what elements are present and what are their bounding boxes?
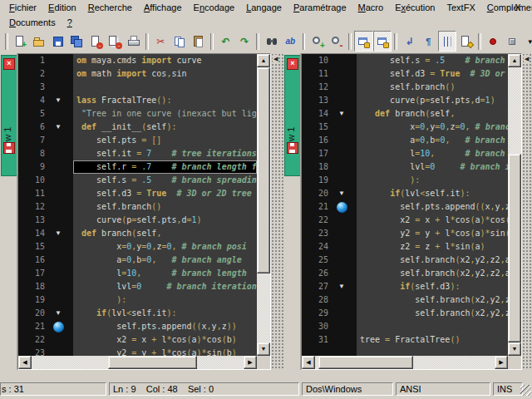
code-text[interactable]: self.pts.append((x,y,z)): [73, 320, 257, 333]
code-text[interactable]: l=10, # branch length: [73, 267, 257, 280]
code-text[interactable]: self.branch(x2,y2,z2,a+s: [357, 254, 508, 267]
fold-marker-icon[interactable]: ▼: [338, 108, 345, 120]
code-text[interactable]: a=0,b=0, # branch: [357, 134, 508, 147]
fold-margin-cell[interactable]: [50, 254, 73, 267]
zoom-out-button[interactable]: [327, 31, 346, 52]
code-text[interactable]: x2 = x + l*cos(a)*cos(b): [73, 333, 257, 347]
menu-item-affichage[interactable]: Affichage: [138, 1, 188, 14]
fold-margin-cell[interactable]: ▼: [333, 107, 357, 121]
splitter-collapse-icon[interactable]: ◀: [273, 55, 278, 63]
scroll-up-button[interactable]: ▲: [508, 54, 521, 67]
fold-margin-cell[interactable]: [50, 107, 73, 121]
fold-margin-cell[interactable]: [333, 81, 357, 94]
word-wrap-button[interactable]: ↲: [400, 31, 419, 52]
menu-item-complements[interactable]: Compléments: [481, 1, 532, 14]
function-list-button[interactable]: [456, 31, 475, 52]
code-text[interactable]: om maya.cmds import curve: [73, 54, 257, 67]
scroll-thumb[interactable]: [508, 154, 521, 342]
code-text[interactable]: self.it = 7 # tree iterations: [73, 147, 257, 160]
find-button[interactable]: [262, 31, 281, 52]
fold-margin-cell[interactable]: [50, 240, 73, 254]
fold-margin-cell[interactable]: [50, 54, 73, 67]
menu-item-help[interactable]: ?: [62, 16, 78, 29]
menu-item-textfx[interactable]: TextFX: [441, 1, 480, 14]
code-text[interactable]: tree = FractalTree(): [357, 333, 508, 347]
save-all-button[interactable]: [67, 31, 86, 52]
fold-margin-cell[interactable]: ▼: [50, 307, 73, 320]
code-text[interactable]: self.d3 = True # 3D or 2D tree: [73, 187, 257, 200]
fold-margin-cell[interactable]: [50, 134, 73, 147]
code-text[interactable]: lvl=0 # branch ite: [357, 160, 508, 174]
menu-item-execution[interactable]: Exécution: [389, 1, 441, 14]
fold-margin-cell[interactable]: [50, 214, 73, 227]
bookmark-icon[interactable]: [337, 202, 347, 213]
undo-button[interactable]: ↶: [216, 31, 235, 52]
right-tab-new1[interactable]: × new 1: [284, 55, 301, 176]
fold-margin-cell[interactable]: ▼: [333, 187, 357, 200]
code-text[interactable]: if(lvl<self.it):: [73, 307, 257, 320]
code-text[interactable]: self.branch(x2,y2,z2,a-s: [357, 267, 508, 280]
code-text[interactable]: curve(p=self.pts,d=1): [357, 94, 508, 107]
stop-macro-button[interactable]: [503, 31, 522, 52]
fold-marker-icon[interactable]: ▼: [55, 95, 62, 106]
code-text[interactable]: l=10, # branch le: [357, 147, 508, 160]
fold-margin-cell[interactable]: [50, 81, 73, 94]
fold-margin-cell[interactable]: [50, 200, 73, 214]
sync-scroll-h-button[interactable]: [373, 31, 392, 52]
scroll-left-button[interactable]: ◀: [302, 356, 315, 369]
fold-margin-cell[interactable]: [333, 174, 357, 187]
scroll-left-button[interactable]: ◀: [18, 356, 32, 369]
zoom-in-button[interactable]: [308, 31, 327, 52]
scroll-thumb[interactable]: [108, 356, 197, 369]
code-text[interactable]: "Tree in one curve (inexact but light)": [73, 107, 257, 121]
sync-scroll-v-button[interactable]: [354, 31, 373, 52]
menu-item-documents[interactable]: Documents: [3, 16, 62, 29]
fold-margin-cell[interactable]: [50, 160, 73, 174]
fold-margin-cell[interactable]: [50, 347, 73, 356]
fold-margin-cell[interactable]: [50, 67, 73, 81]
bookmark-icon[interactable]: [53, 322, 64, 332]
code-text[interactable]: self.s = .5 # branch spreading: [73, 174, 257, 187]
code-text[interactable]: self.branch(x2,y2,z2,a: [357, 293, 508, 307]
fold-margin-cell[interactable]: [333, 94, 357, 107]
fold-margin-cell[interactable]: [333, 293, 357, 307]
paste-button[interactable]: [189, 31, 208, 52]
code-text[interactable]: def __init__(self):: [73, 121, 257, 134]
save-button[interactable]: [48, 31, 67, 52]
left-vertical-scrollbar[interactable]: ▲ ▼: [257, 54, 270, 356]
code-text[interactable]: curve(p=self.pts,d=1): [73, 214, 257, 227]
fold-margin-cell[interactable]: [333, 240, 357, 254]
menu-item-fichier[interactable]: Fichier: [3, 1, 42, 14]
menu-item-encodage[interactable]: Encodage: [188, 1, 241, 14]
code-text[interactable]: if(self.d3):: [357, 280, 508, 293]
print-button[interactable]: [124, 31, 143, 52]
scroll-down-button[interactable]: ▼: [508, 342, 521, 356]
fold-marker-icon[interactable]: ▼: [55, 121, 62, 133]
fold-margin-cell[interactable]: [50, 147, 73, 160]
scroll-right-button[interactable]: ▶: [495, 356, 508, 369]
fold-margin-cell[interactable]: [333, 134, 357, 147]
code-text[interactable]: x2 = x + l*cos(a)*cos(b): [357, 214, 508, 227]
code-text[interactable]: x=0,y=0,z=0, # branc: [357, 121, 508, 134]
fold-margin-cell[interactable]: [50, 293, 73, 307]
fold-margin-cell[interactable]: [50, 333, 73, 347]
fold-margin-cell[interactable]: ▼: [50, 121, 73, 134]
cut-button[interactable]: ✂: [151, 31, 170, 52]
code-text[interactable]: a=0,b=0, # branch angle: [73, 254, 257, 267]
scroll-right-button[interactable]: ▶: [244, 356, 257, 369]
record-macro-button[interactable]: [484, 31, 503, 52]
right-tab-close-icon[interactable]: ×: [287, 58, 298, 70]
fold-margin-cell[interactable]: [333, 147, 357, 160]
left-code-area[interactable]: 1om maya.cmds import curve2om math impor…: [18, 54, 257, 356]
menu-item-edition[interactable]: Edition: [42, 1, 82, 14]
fold-margin-cell[interactable]: [333, 214, 357, 227]
document-close-x-button[interactable]: X: [512, 2, 524, 13]
code-text[interactable]: x=0,y=0,z=0, # branch posi: [73, 240, 257, 254]
code-text[interactable]: self.branch(x2,y2,z2,a: [357, 307, 508, 320]
menu-item-recherche[interactable]: Recherche: [82, 1, 138, 14]
redo-button[interactable]: ↷: [235, 31, 254, 52]
code-text[interactable]: lass FractalTree():: [73, 94, 257, 107]
fold-margin-cell[interactable]: [333, 227, 357, 240]
fold-margin-cell[interactable]: ▼: [333, 280, 357, 293]
code-text[interactable]: def branch(self,: [73, 227, 257, 240]
